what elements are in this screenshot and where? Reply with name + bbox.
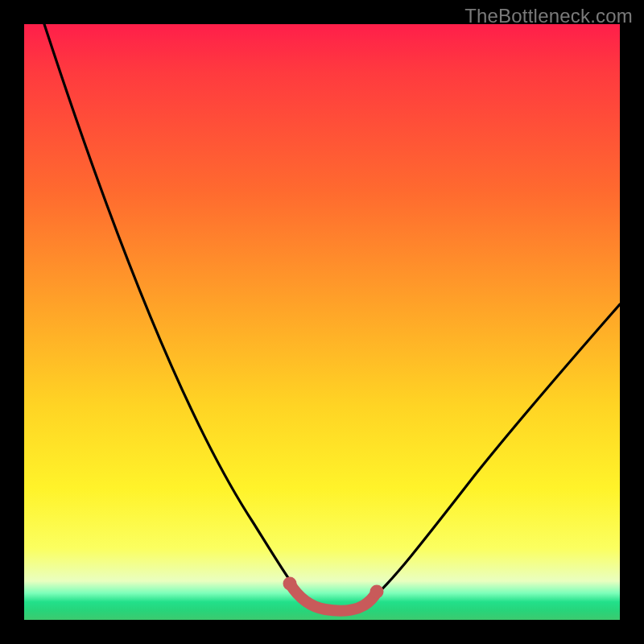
plot-area xyxy=(24,24,620,620)
highlight-endpoint-right xyxy=(370,585,384,599)
valley-highlight xyxy=(290,584,377,611)
highlight-endpoint-left xyxy=(283,577,297,591)
bottleneck-curve xyxy=(44,24,620,610)
curve-layer xyxy=(24,24,620,620)
chart-stage: TheBottleneck.com xyxy=(0,0,644,644)
